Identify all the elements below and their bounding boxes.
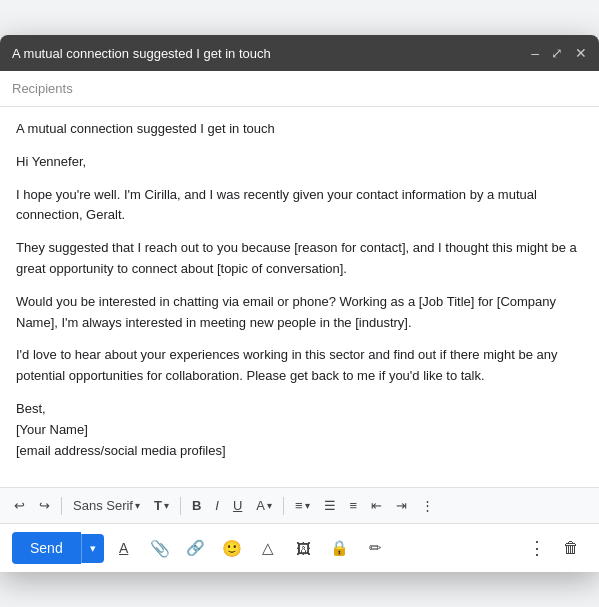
sign-contact: [email address/social media profiles] [16, 443, 226, 458]
window-title: A mutual connection suggested I get in t… [12, 46, 271, 61]
text-color-chevron: ▾ [267, 500, 272, 511]
pencil-icon: ✏ [369, 539, 382, 557]
sign-off: Best, [Your Name] [email address/social … [16, 399, 583, 461]
send-button[interactable]: Send [12, 532, 81, 564]
ordered-list-icon: ☰ [324, 498, 336, 513]
bold-icon: B [192, 498, 201, 513]
sign-off-text: Best, [16, 401, 46, 416]
unordered-list-button[interactable]: ≡ [344, 494, 364, 517]
bottom-left: Send ▾ A 📎 🔗 🙂 △ [12, 532, 392, 564]
toolbar-sep-1 [61, 497, 62, 515]
indent-decrease-icon: ⇤ [371, 498, 382, 513]
emoji-icon: 🙂 [222, 539, 242, 558]
text-color-icon: A [256, 498, 265, 513]
recipients-row[interactable]: Recipients [0, 71, 599, 107]
drive-icon: △ [262, 539, 274, 557]
signature-button[interactable]: ✏ [360, 532, 392, 564]
emoji-button[interactable]: 🙂 [216, 532, 248, 564]
font-name-label: Sans Serif [73, 498, 133, 513]
attach-icon: 📎 [150, 539, 170, 558]
bottom-bar: Send ▾ A 📎 🔗 🙂 △ [0, 523, 599, 572]
lock-icon: 🔒 [330, 539, 349, 557]
resize-button[interactable]: ⤢ [551, 46, 563, 60]
font-size-chevron: ▾ [164, 500, 169, 511]
redo-button[interactable]: ↪ [33, 494, 56, 517]
underline-icon: U [233, 498, 242, 513]
attach-button[interactable]: 📎 [144, 532, 176, 564]
align-button[interactable]: ≡ ▾ [289, 494, 316, 517]
font-size-button[interactable]: T ▾ [148, 494, 175, 517]
formatting-toolbar: ↩ ↪ Sans Serif ▾ T ▾ B I U A ▾ ≡ [0, 487, 599, 523]
link-button[interactable]: 🔗 [180, 532, 212, 564]
photo-icon: 🖼 [296, 540, 311, 557]
para4: I'd love to hear about your experiences … [16, 345, 583, 387]
font-size-icon: T [154, 498, 162, 513]
italic-button[interactable]: I [209, 494, 225, 517]
undo-icon: ↩ [14, 498, 25, 513]
undo-button[interactable]: ↩ [8, 494, 31, 517]
delete-button[interactable]: 🗑 [555, 532, 587, 564]
bold-button[interactable]: B [186, 494, 207, 517]
recipients-placeholder: Recipients [12, 81, 73, 96]
underline-button[interactable]: U [227, 494, 248, 517]
compose-window: A mutual connection suggested I get in t… [0, 35, 599, 572]
indent-increase-button[interactable]: ⇥ [390, 494, 413, 517]
indent-decrease-button[interactable]: ⇤ [365, 494, 388, 517]
more-options-icon: ⋮ [528, 537, 546, 559]
toolbar-sep-3 [283, 497, 284, 515]
para3: Would you be interested in chatting via … [16, 292, 583, 334]
toolbar-more-button[interactable]: ⋮ [415, 494, 440, 517]
indent-increase-icon: ⇥ [396, 498, 407, 513]
confidential-button[interactable]: 🔒 [324, 532, 356, 564]
font-name-button[interactable]: Sans Serif ▾ [67, 494, 146, 517]
sign-name: [Your Name] [16, 422, 88, 437]
ordered-list-button[interactable]: ☰ [318, 494, 342, 517]
link-icon: 🔗 [186, 539, 205, 557]
align-chevron: ▾ [305, 500, 310, 511]
toolbar-more-icon: ⋮ [421, 498, 434, 513]
minimize-button[interactable]: – [531, 46, 539, 60]
redo-icon: ↪ [39, 498, 50, 513]
drive-button[interactable]: △ [252, 532, 284, 564]
body-area[interactable]: A mutual connection suggested I get in t… [0, 107, 599, 487]
title-bar-controls: – ⤢ ✕ [531, 46, 587, 60]
formatting-icon: A [119, 540, 128, 556]
greeting: Hi Yennefer, [16, 152, 583, 173]
formatting-toggle-button[interactable]: A [108, 532, 140, 564]
trash-icon: 🗑 [563, 539, 579, 557]
unordered-list-icon: ≡ [350, 498, 358, 513]
italic-icon: I [215, 498, 219, 513]
more-options-button[interactable]: ⋮ [521, 532, 553, 564]
para1: I hope you're well. I'm Cirilla, and I w… [16, 185, 583, 227]
bottom-right: ⋮ 🗑 [521, 532, 587, 564]
send-group: Send ▾ [12, 532, 104, 564]
subject-line: A mutual connection suggested I get in t… [16, 119, 583, 140]
para2: They suggested that I reach out to you b… [16, 238, 583, 280]
text-color-button[interactable]: A ▾ [250, 494, 278, 517]
photo-button[interactable]: 🖼 [288, 532, 320, 564]
send-dropdown-button[interactable]: ▾ [81, 534, 104, 563]
font-name-chevron: ▾ [135, 500, 140, 511]
close-button[interactable]: ✕ [575, 46, 587, 60]
title-bar: A mutual connection suggested I get in t… [0, 35, 599, 71]
toolbar-sep-2 [180, 497, 181, 515]
align-icon: ≡ [295, 498, 303, 513]
